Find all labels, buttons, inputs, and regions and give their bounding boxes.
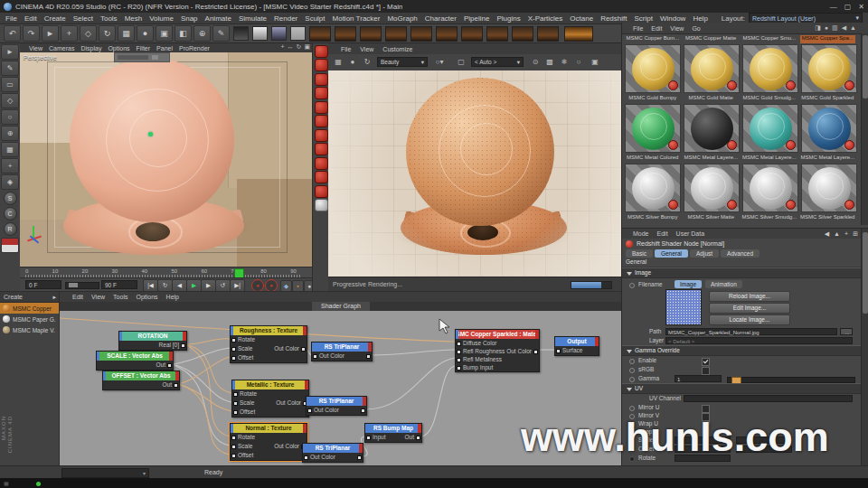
redshift-tool-icon[interactable]	[315, 73, 328, 86]
model-mode-icon[interactable]: ▭	[1, 77, 19, 92]
material-list-item[interactable]: MSMC Copper	[0, 303, 59, 314]
menu-script[interactable]: Script	[634, 14, 652, 23]
menu-volume[interactable]: Volume	[149, 14, 174, 23]
out-port[interactable]	[301, 347, 306, 352]
scrollbar-thumb[interactable]	[863, 232, 868, 314]
slider-thumb[interactable]	[69, 283, 78, 287]
ne-menu-view[interactable]: View	[91, 294, 105, 300]
vp-menu-options[interactable]: Options	[108, 45, 129, 52]
redshift-tool-icon[interactable]	[315, 129, 328, 142]
live-selection-icon[interactable]: ►	[1, 44, 19, 60]
play-button[interactable]: ▶	[186, 279, 202, 292]
material-thumb-silver-sparkled[interactable]	[801, 164, 857, 212]
node-metallic-texture[interactable]: Metallic : Texture Rotate ScaleOut Color…	[231, 380, 309, 418]
goto-end-button[interactable]: ▶|	[230, 279, 245, 292]
material-preset-3[interactable]	[360, 26, 382, 42]
cb-list-icon[interactable]: ▥	[832, 24, 838, 32]
material-preset-wide[interactable]	[564, 26, 593, 42]
selection-point[interactable]	[148, 132, 153, 136]
material-thumb-gold-sparkled[interactable]	[801, 44, 857, 93]
axis-mode-icon[interactable]: ⊕	[1, 126, 19, 141]
rv-menu-view[interactable]: View	[360, 46, 373, 52]
in-port[interactable]	[233, 392, 238, 397]
workplane-icon[interactable]: ○	[1, 109, 19, 125]
tab-general[interactable]: General	[655, 249, 688, 258]
render-start-icon[interactable]: ●	[346, 56, 359, 68]
node-scale-vector-abs[interactable]: SCALE : Vector Abs Out	[96, 351, 174, 371]
ne-menu-edit[interactable]: Edit	[72, 294, 83, 300]
redshift-tool-icon[interactable]	[315, 171, 328, 183]
material-name[interactable]: MSMC Gold Sparkled	[800, 95, 856, 103]
locate-image-button[interactable]: Locate Image...	[709, 314, 790, 325]
points-mode-icon[interactable]: ▦	[1, 142, 19, 157]
redshift-tool-icon[interactable]	[315, 101, 328, 114]
snowflake-freeze-icon[interactable]: ❄	[558, 56, 571, 68]
vp-menu-display[interactable]: Display	[80, 45, 101, 52]
selection-tool-button[interactable]: ►	[42, 25, 59, 42]
filename-tab-animation[interactable]: Animation	[705, 280, 742, 288]
snap-badge[interactable]: S	[4, 192, 17, 205]
modeling-tool-button[interactable]: ▦	[118, 25, 135, 42]
node-rotation[interactable]: ROTATION Real [0]	[118, 331, 187, 351]
keyframe-circle-icon[interactable]	[629, 368, 635, 373]
redshift-tool-icon[interactable]	[315, 59, 328, 71]
redshift-tool-icon[interactable]	[315, 45, 328, 58]
node-offset-vector-abs[interactable]: OFFSET : Vector Abs Out	[102, 371, 180, 390]
cb-menu-file[interactable]: File	[633, 25, 643, 32]
redo-button[interactable]: ↷	[23, 25, 40, 42]
in-port[interactable]	[457, 358, 461, 362]
close-button[interactable]: ✕	[858, 3, 864, 11]
rv-menu-customize[interactable]: Customize	[382, 46, 412, 52]
coords-badge[interactable]: C	[4, 207, 17, 221]
next-frame-button[interactable]: ▶	[201, 279, 216, 292]
in-port[interactable]	[307, 408, 312, 413]
status-dropdown[interactable]: ▾	[61, 468, 149, 478]
material-name[interactable]: MSMC Silver Smudg...	[741, 214, 797, 222]
redshift-light-icon[interactable]	[315, 199, 328, 211]
cb-menu-view[interactable]: View	[670, 25, 684, 32]
cb-back-icon[interactable]: ◀	[842, 24, 846, 32]
resolution-dropdown[interactable]: < Auto >▾	[471, 57, 524, 67]
undo-button[interactable]: ↶	[4, 25, 21, 42]
node-normal-texture[interactable]: Normal : Texture Rotate ScaleOut Color O…	[230, 423, 307, 461]
minimize-button[interactable]: —	[830, 3, 837, 11]
in-port[interactable]	[313, 354, 317, 359]
ne-menu-options[interactable]: Options	[136, 294, 157, 300]
viewport-scene[interactable]: Perspective	[20, 52, 312, 267]
am-add-icon[interactable]: +	[844, 230, 848, 238]
texture-mode-icon[interactable]: ◇	[1, 93, 19, 108]
menu-snap[interactable]: Snap	[181, 14, 198, 23]
menu-motion-tracker[interactable]: Motion Tracker	[333, 14, 381, 23]
in-port[interactable]	[457, 342, 461, 346]
material-name[interactable]: MSMC Metal Layere...	[741, 155, 797, 163]
menu-animate[interactable]: Animate	[205, 14, 231, 23]
material-preset-2[interactable]	[335, 26, 356, 42]
edit-image-button[interactable]: Edit Image...	[709, 303, 790, 314]
material-name[interactable]: MSMC Metal Colored	[625, 155, 681, 163]
menu-edit[interactable]: Edit	[24, 14, 37, 23]
object-button[interactable]: ◧	[175, 25, 192, 42]
cb-menu-edit[interactable]: Edit	[651, 25, 662, 32]
pen-icon[interactable]: ✎	[1, 61, 19, 76]
render-pass-dropdown[interactable]: Beauty▾	[377, 57, 428, 67]
autokey-button[interactable]: ●	[265, 279, 278, 292]
vp-maximize-icon[interactable]: ▣	[304, 43, 310, 51]
material-create-menu[interactable]: Create	[4, 294, 23, 300]
in-port[interactable]	[304, 455, 308, 460]
material-name[interactable]: MSMC Silver Bumpy	[625, 214, 681, 222]
out-port[interactable]	[174, 383, 178, 388]
gradient-preset-4[interactable]	[290, 26, 306, 41]
cycle-button[interactable]: ↺	[215, 279, 231, 292]
goto-start-button[interactable]: |◀	[143, 279, 158, 292]
gamma-slider[interactable]	[727, 377, 855, 383]
material-name[interactable]: MSMC Gold Bumpy	[625, 95, 681, 103]
material-list-item[interactable]: MSMC Maple V.	[0, 324, 59, 335]
vp-zoom-icon[interactable]: ↔	[288, 43, 294, 51]
vp-menu-cameras[interactable]: Cameras	[49, 45, 74, 52]
group-image[interactable]: Image	[622, 267, 868, 278]
reload-image-button[interactable]: Reload Image...	[709, 291, 790, 302]
material-thumb-silver-bumpy[interactable]	[625, 164, 681, 212]
node-rs-triplanar-3[interactable]: RS TriPlanar Out Color	[302, 443, 363, 463]
material-thumb-gold-bumpy[interactable]	[625, 44, 681, 93]
material-thumb-silver-smudged[interactable]	[742, 164, 798, 212]
